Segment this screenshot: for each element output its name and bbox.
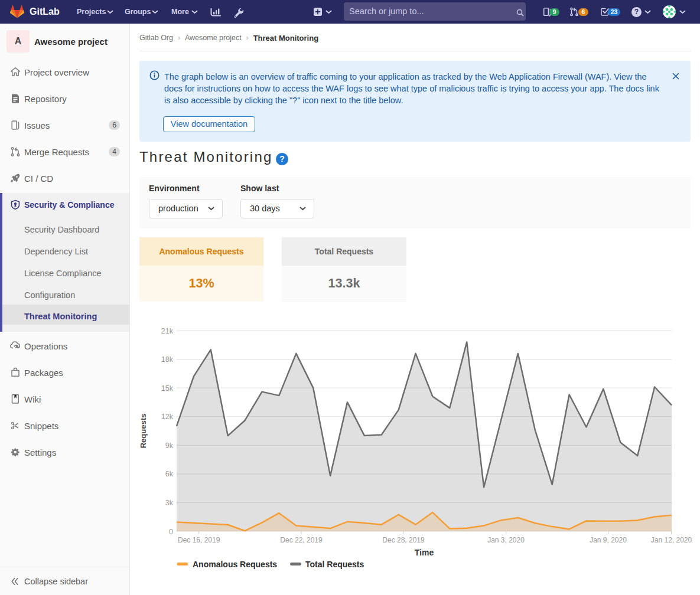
svg-text:Jan 12, 2020: Jan 12, 2020 [651,536,692,544]
svg-text:18k: 18k [161,355,174,364]
svg-text:Time: Time [415,548,434,557]
svg-text:0: 0 [169,528,173,536]
svg-text:3k: 3k [165,499,174,507]
svg-text:Jan 3, 2020: Jan 3, 2020 [487,536,525,544]
svg-text:Jan 9, 2020: Jan 9, 2020 [590,536,627,544]
svg-text:Total Requests: Total Requests [305,560,364,569]
svg-text:12k: 12k [161,413,174,421]
svg-text:15k: 15k [161,384,174,393]
svg-text:Dec 28, 2019: Dec 28, 2019 [382,536,425,544]
svg-text:Dec 22, 2019: Dec 22, 2019 [280,536,323,544]
svg-text:Requests: Requests [139,414,148,449]
svg-text:6k: 6k [165,470,174,478]
svg-text:21k: 21k [161,327,174,335]
svg-text:9k: 9k [165,442,174,450]
svg-text:Dec 16, 2019: Dec 16, 2019 [178,536,220,544]
svg-text:Anomalous Requests: Anomalous Requests [193,560,277,569]
